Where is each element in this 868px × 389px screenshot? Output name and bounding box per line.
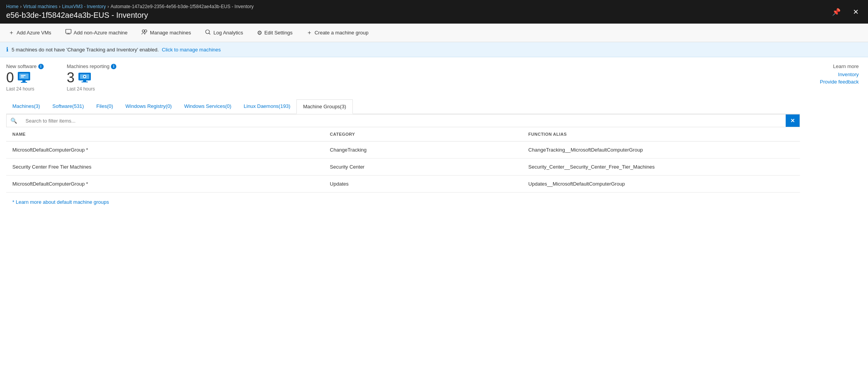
- cell-category: Security Center: [324, 159, 523, 176]
- manage-machines-button[interactable]: Manage machines: [139, 27, 193, 38]
- machines-reporting-value: 3: [67, 71, 75, 85]
- add-icon: ＋: [9, 29, 14, 36]
- svg-point-15: [84, 76, 85, 77]
- new-software-label: New software: [6, 63, 37, 69]
- cell-name: MicrosoftDefaultComputerGroup *: [6, 176, 324, 193]
- machines-reporting-info-icon[interactable]: i: [111, 64, 116, 69]
- tab-linux-daemons[interactable]: Linux Daemons(193): [238, 99, 297, 114]
- table-header-row: NAME CATEGORY FUNCTION ALIAS: [6, 127, 800, 142]
- svg-rect-6: [22, 80, 26, 82]
- svg-point-2: [145, 30, 147, 32]
- svg-rect-13: [82, 82, 88, 82]
- cell-name: Security Center Free Tier Machines: [6, 159, 324, 176]
- svg-rect-8: [21, 75, 26, 76]
- page-title: e56-b3de-1f5842ae4a3b-EUS - Inventory: [6, 11, 254, 20]
- tab-software[interactable]: Software(531): [46, 99, 90, 114]
- tab-machine-groups[interactable]: Machine Groups(3): [296, 99, 352, 114]
- col-header-name: NAME: [6, 127, 324, 142]
- inventory-link[interactable]: Inventory: [800, 72, 859, 77]
- search-icon: 🔍: [7, 114, 21, 127]
- title-bar-left: Home › Virtual machines › LinuxVM3 - Inv…: [6, 4, 254, 20]
- create-machine-group-button[interactable]: ＋ Create a machine group: [304, 27, 371, 38]
- svg-point-1: [142, 30, 145, 32]
- toolbar: ＋ Add Azure VMs Add non-Azure machine Ma…: [0, 24, 868, 42]
- svg-rect-9: [21, 77, 24, 77]
- tab-machines[interactable]: Machines(3): [6, 99, 46, 114]
- info-message: 5 machines do not have 'Change Tracking …: [12, 47, 159, 53]
- machines-reporting-label: Machines reporting: [67, 63, 110, 69]
- manage-machines-link[interactable]: Click to manage machines: [162, 47, 221, 53]
- pin-button[interactable]: 📌: [829, 6, 844, 18]
- machine-groups-table: NAME CATEGORY FUNCTION ALIAS MicrosoftDe…: [6, 127, 800, 193]
- svg-rect-0: [66, 29, 71, 33]
- default-machine-groups-link[interactable]: * Learn more about default machine group…: [12, 199, 109, 205]
- info-bar: ℹ 5 machines do not have 'Change Trackin…: [0, 42, 868, 57]
- new-software-sublabel: Last 24 hours: [6, 86, 44, 92]
- feedback-link[interactable]: Provide feedback: [800, 79, 859, 85]
- close-button[interactable]: ✕: [850, 6, 862, 18]
- new-software-value: 0: [6, 71, 14, 85]
- learn-more-title: Learn more: [800, 63, 859, 69]
- svg-rect-5: [19, 73, 29, 79]
- breadcrumb-home[interactable]: Home: [6, 4, 19, 9]
- manage-machines-icon: [141, 29, 148, 36]
- search-bar: 🔍 ✕: [6, 114, 800, 127]
- cell-category: ChangeTracking: [324, 142, 523, 159]
- cell-alias: Security_Center__Security_Center_Free_Ti…: [522, 159, 800, 176]
- title-bar: Home › Virtual machines › LinuxVM3 - Inv…: [0, 0, 868, 24]
- search-clear-button[interactable]: ✕: [786, 114, 800, 127]
- info-icon: ℹ: [6, 46, 9, 53]
- content-main: New software i 0: [6, 63, 800, 193]
- machines-reporting-stat: Machines reporting i 3: [67, 63, 117, 92]
- cell-name: MicrosoftDefaultComputerGroup *: [6, 142, 324, 159]
- settings-icon: ⚙: [257, 29, 262, 36]
- svg-rect-7: [21, 82, 27, 83]
- add-non-azure-icon: [65, 29, 71, 36]
- svg-rect-12: [83, 80, 86, 82]
- machines-reporting-sublabel: Last 24 hours: [67, 86, 117, 92]
- software-icon: [17, 71, 31, 85]
- main-content: New software i 0: [0, 57, 868, 211]
- edit-settings-button[interactable]: ⚙ Edit Settings: [255, 28, 295, 38]
- log-analytics-button[interactable]: Log Analytics: [203, 27, 245, 38]
- tab-windows-services[interactable]: Windows Services(0): [178, 99, 237, 114]
- footer: * Learn more about default machine group…: [6, 193, 862, 211]
- breadcrumb-linuxvm3[interactable]: LinuxVM3 - Inventory: [62, 4, 106, 9]
- content-with-sidebar: New software i 0: [6, 63, 862, 193]
- search-input[interactable]: [21, 115, 786, 127]
- cell-category: Updates: [324, 176, 523, 193]
- learn-more-panel: Learn more Inventory Provide feedback: [800, 63, 862, 193]
- col-header-category: CATEGORY: [324, 127, 523, 142]
- cell-alias: Updates__MicrosoftDefaultComputerGroup: [522, 176, 800, 193]
- tabs: Machines(3) Software(531) Files(0) Windo…: [6, 99, 800, 114]
- breadcrumb-current: Automate-147a22e9-2356-4e56-b3de-1f5842a…: [111, 4, 254, 9]
- table-row: MicrosoftDefaultComputerGroup * Updates …: [6, 176, 800, 193]
- new-software-info-icon[interactable]: i: [38, 64, 44, 69]
- svg-point-3: [206, 30, 209, 34]
- add-azure-vms-button[interactable]: ＋ Add Azure VMs: [6, 27, 54, 38]
- breadcrumb-virtual-machines[interactable]: Virtual machines: [23, 4, 58, 9]
- cell-alias: ChangeTracking__MicrosoftDefaultComputer…: [522, 142, 800, 159]
- new-software-stat: New software i 0: [6, 63, 44, 92]
- log-analytics-icon: [205, 29, 211, 36]
- add-non-azure-button[interactable]: Add non-Azure machine: [63, 27, 130, 38]
- tab-windows-registry[interactable]: Windows Registry(0): [119, 99, 178, 114]
- tab-files[interactable]: Files(0): [90, 99, 119, 114]
- create-group-icon: ＋: [306, 29, 312, 36]
- machines-icon: [78, 71, 92, 85]
- breadcrumb: Home › Virtual machines › LinuxVM3 - Inv…: [6, 4, 254, 9]
- table-row: Security Center Free Tier Machines Secur…: [6, 159, 800, 176]
- table-row: MicrosoftDefaultComputerGroup * ChangeTr…: [6, 142, 800, 159]
- col-header-alias: FUNCTION ALIAS: [522, 127, 800, 142]
- title-bar-actions: 📌 ✕: [829, 6, 862, 18]
- stats-row: New software i 0: [6, 63, 800, 92]
